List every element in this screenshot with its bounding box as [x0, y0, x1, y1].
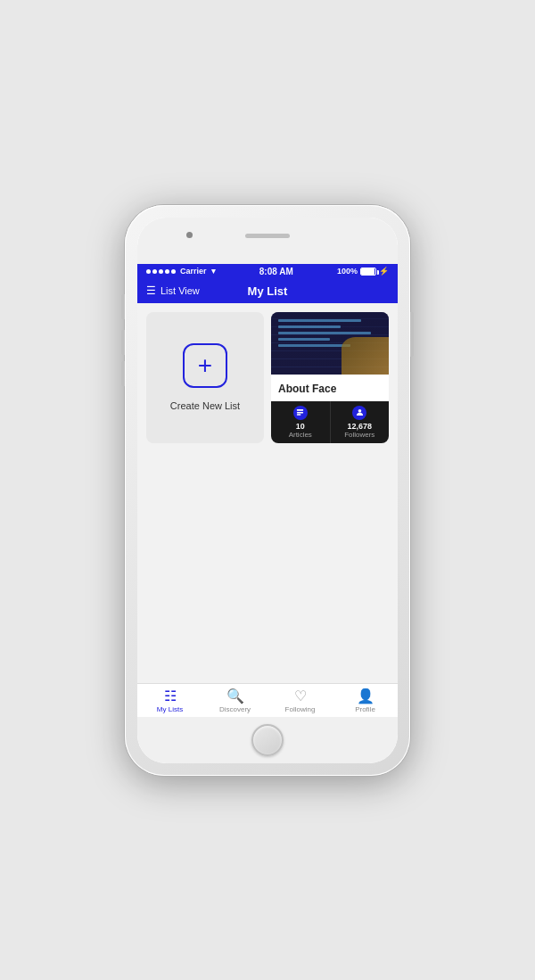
nav-title: My List	[248, 284, 288, 298]
battery-icon	[360, 268, 376, 276]
tab-profile[interactable]: 👤 Profile	[333, 689, 398, 713]
svg-rect-1	[297, 412, 303, 413]
tab-my-lists-label: My Lists	[157, 705, 183, 713]
stat-articles: 10 Articles	[271, 401, 331, 443]
list-view-icon: ☰	[146, 284, 156, 297]
followers-icon	[352, 406, 366, 420]
card-stats: 10 Articles 12,678 Followers	[271, 401, 389, 443]
tab-discovery-label: Discovery	[219, 705, 251, 713]
status-bar: Carrier ▾ 8:08 AM 100% ⚡	[137, 264, 398, 279]
stat-followers: 12,678 Followers	[331, 401, 390, 443]
followers-value: 12,678	[347, 422, 372, 431]
following-icon: ♡	[294, 689, 307, 704]
create-new-list-card[interactable]: + Create New List	[146, 312, 264, 443]
signal-dots	[146, 269, 176, 274]
hand-image	[342, 337, 389, 375]
code-line-4	[278, 338, 330, 341]
plus-box: +	[183, 343, 227, 388]
back-label: List View	[160, 285, 200, 296]
phone-inner: Carrier ▾ 8:08 AM 100% ⚡ ☰ List View	[137, 218, 398, 763]
card-image	[271, 312, 389, 375]
charging-icon: ⚡	[379, 267, 389, 276]
svg-rect-2	[297, 414, 301, 415]
status-left: Carrier ▾	[146, 267, 216, 276]
code-line-3	[278, 332, 371, 334]
followers-label: Followers	[344, 431, 374, 439]
status-time: 8:08 AM	[259, 267, 293, 276]
tab-following-label: Following	[285, 705, 316, 713]
carrier-text: Carrier	[180, 267, 207, 276]
code-line-2	[278, 325, 341, 328]
articles-label: Articles	[289, 431, 312, 439]
discovery-icon: 🔍	[226, 689, 244, 704]
tab-profile-label: Profile	[355, 705, 375, 713]
wifi-icon: ▾	[211, 267, 216, 276]
svg-point-3	[358, 409, 361, 413]
svg-rect-0	[297, 409, 303, 411]
bottom-bezel	[137, 717, 398, 763]
screen: Carrier ▾ 8:08 AM 100% ⚡ ☰ List View	[137, 264, 398, 717]
my-lists-icon: ☷	[164, 689, 177, 704]
top-bezel	[137, 218, 398, 264]
tab-bar: ☷ My Lists 🔍 Discovery ♡ Following 👤 Pro…	[137, 683, 398, 717]
articles-svg	[296, 408, 304, 416]
tab-discovery[interactable]: 🔍 Discovery	[202, 689, 268, 713]
create-label: Create New List	[170, 400, 240, 411]
camera	[186, 232, 193, 238]
tab-my-lists[interactable]: ☷ My Lists	[137, 689, 202, 713]
home-button[interactable]	[251, 724, 284, 756]
articles-icon	[293, 406, 308, 420]
tab-following[interactable]: ♡ Following	[268, 689, 333, 713]
profile-icon: 👤	[357, 689, 374, 704]
code-line-5	[278, 344, 350, 347]
about-face-card[interactable]: About Face 10 Ar	[271, 312, 389, 443]
nav-bar: ☰ List View My List	[137, 279, 398, 303]
back-button[interactable]: ☰ List View	[146, 284, 200, 297]
card-title: About Face	[278, 383, 336, 395]
articles-value: 10	[296, 422, 305, 431]
plus-icon: +	[198, 353, 212, 378]
code-line-1	[278, 319, 361, 322]
phone-frame: Carrier ▾ 8:08 AM 100% ⚡ ☰ List View	[125, 205, 410, 776]
battery-percent: 100%	[337, 267, 358, 276]
status-right: 100% ⚡	[337, 267, 389, 276]
content-area: + Create New List	[137, 303, 398, 683]
followers-svg	[356, 408, 364, 416]
speaker	[245, 234, 290, 238]
card-title-area: About Face	[271, 375, 389, 401]
battery-fill	[361, 268, 374, 275]
